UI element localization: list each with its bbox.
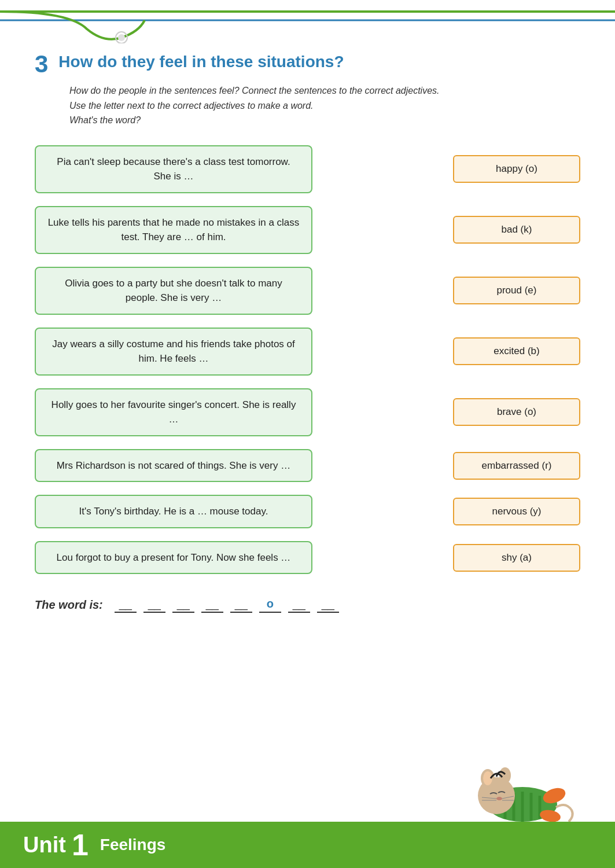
adjective-box-3: proud (e) [453, 277, 580, 304]
unit-number: 1 [72, 827, 89, 862]
adjective-box-8: shy (a) [453, 544, 580, 572]
top-decoration [0, 0, 615, 43]
pair-4: Jay wears a silly costume and his friend… [35, 328, 580, 376]
pair-1: Pia can't sleep because there's a class … [35, 145, 580, 193]
blank-7: __ [288, 597, 310, 613]
pair-8: Lou forgot to buy a present for Tony. No… [35, 541, 580, 575]
exercise-instructions: How do the people in the sentences feel?… [69, 83, 580, 128]
exercise-area: Pia can't sleep because there's a class … [35, 145, 580, 575]
pair-2: Luke tells his parents that he made no m… [35, 206, 580, 254]
pair-3: Olivia goes to a party but she doesn't t… [35, 267, 580, 315]
blank-4: __ [201, 597, 223, 613]
sentence-box-5: Holly goes to her favourite singer's con… [35, 388, 312, 436]
sentence-box-8: Lou forgot to buy a present for Tony. No… [35, 541, 312, 575]
sentence-box-2: Luke tells his parents that he made no m… [35, 206, 312, 254]
sentence-box-7: It's Tony's birthday. He is a … mouse to… [35, 495, 312, 528]
blank-2: __ [143, 597, 165, 613]
instruction-line2: Use the letter next to the correct adjec… [69, 101, 314, 111]
adjective-box-6: embarrassed (r) [453, 452, 580, 480]
svg-point-3 [118, 34, 125, 41]
blank-1: __ [115, 597, 137, 613]
instruction-line1: How do the people in the sentences feel?… [69, 86, 440, 95]
svg-point-16 [496, 797, 502, 800]
blank-5: __ [230, 597, 252, 613]
adjective-box-7: nervous (y) [453, 498, 580, 525]
blank-3: __ [172, 597, 194, 613]
adjective-box-5: brave (o) [453, 398, 580, 426]
pair-7: It's Tony's birthday. He is a … mouse to… [35, 495, 580, 528]
unit-topic: Feelings [100, 836, 166, 854]
pair-5: Holly goes to her favourite singer's con… [35, 388, 580, 436]
exercise-number: 3 [35, 52, 48, 76]
instruction-line3: What's the word? [69, 115, 141, 125]
sentence-box-6: Mrs Richardson is not scared of things. … [35, 449, 312, 483]
adjective-box-1: happy (o) [453, 155, 580, 183]
blank-8: __ [317, 597, 339, 613]
adjective-box-4: excited (b) [453, 337, 580, 365]
word-label: The word is: [35, 598, 103, 612]
sentence-box-4: Jay wears a silly costume and his friend… [35, 328, 312, 376]
exercise-title: How do they feel in these situations? [58, 52, 344, 72]
adjective-box-2: bad (k) [453, 216, 580, 244]
sentence-box-3: Olivia goes to a party but she doesn't t… [35, 267, 312, 315]
pair-6: Mrs Richardson is not scared of things. … [35, 449, 580, 483]
word-section: The word is: __ __ __ __ __ o __ __ [35, 597, 580, 613]
mouse-character [465, 741, 580, 833]
unit-label: Unit [23, 833, 66, 858]
blank-6-filled: o [259, 597, 281, 613]
exercise-header: 3 How do they feel in these situations? [35, 52, 580, 76]
sentence-box-1: Pia can't sleep because there's a class … [35, 145, 312, 193]
bottom-bar: Unit 1 Feelings [0, 822, 615, 868]
